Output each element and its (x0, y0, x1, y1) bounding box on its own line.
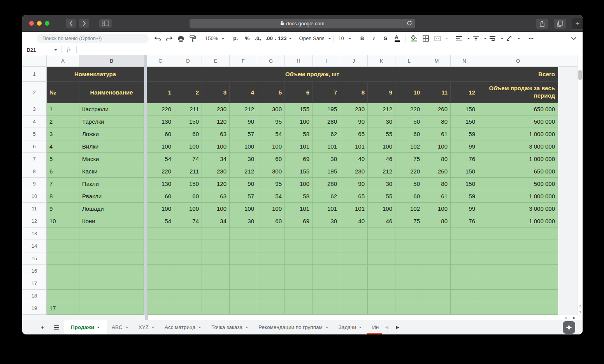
vertical-scrollbar-thumb[interactable] (578, 70, 582, 80)
cell[interactable] (230, 228, 257, 240)
cell[interactable]: 500 000 (478, 178, 558, 190)
cell[interactable] (395, 302, 423, 315)
cell[interactable]: 150 (174, 116, 202, 128)
cell[interactable]: 55 (368, 190, 395, 203)
cell[interactable]: 3 (47, 128, 79, 140)
cell[interactable] (395, 265, 423, 277)
cell[interactable]: 46 (368, 215, 395, 228)
cell[interactable]: 100 (202, 203, 230, 215)
cell[interactable] (478, 302, 558, 315)
sheet-tab-Задачи[interactable]: Задачи (334, 320, 367, 334)
cell-period-11[interactable]: 11 (423, 82, 451, 103)
cell[interactable]: 3 000 000 (478, 140, 558, 153)
cell[interactable] (257, 277, 285, 290)
column-header-G[interactable]: G (257, 55, 285, 67)
font-size-select[interactable]: 10 (336, 35, 346, 41)
cell[interactable] (478, 277, 558, 290)
cell[interactable] (395, 228, 423, 240)
number-format-button[interactable]: 123 (278, 33, 292, 44)
reload-icon[interactable] (407, 20, 412, 27)
cell[interactable] (478, 252, 558, 265)
cell[interactable] (340, 302, 368, 315)
cell[interactable] (368, 240, 395, 252)
cell-period-2[interactable]: 2 (174, 82, 202, 103)
cell[interactable] (202, 302, 230, 315)
cell[interactable]: 150 (451, 165, 478, 178)
cell[interactable] (47, 240, 79, 252)
cell[interactable]: 101 (313, 140, 340, 153)
cell[interactable]: 1 (47, 103, 79, 116)
cell[interactable] (47, 290, 79, 302)
cell[interactable]: 54 (257, 128, 285, 140)
cell[interactable] (395, 252, 423, 265)
cell[interactable] (202, 252, 230, 265)
cell[interactable] (202, 277, 230, 290)
cell[interactable] (285, 277, 313, 290)
cell[interactable]: 195 (313, 103, 340, 116)
cell[interactable] (174, 252, 202, 265)
all-sheets-icon[interactable] (52, 323, 61, 332)
cell[interactable]: 220 (395, 103, 423, 116)
cell[interactable]: 75 (395, 153, 423, 165)
cell[interactable]: 34 (202, 215, 230, 228)
cell[interactable]: Тарелки (79, 116, 144, 128)
tabs-scroll-right-icon[interactable]: ▶ (396, 325, 399, 330)
cell[interactable]: 80 (423, 153, 451, 165)
cell[interactable]: 60 (174, 128, 202, 140)
cell[interactable] (451, 290, 478, 302)
column-header-N[interactable]: N (451, 55, 478, 67)
merge-cells-icon[interactable] (432, 33, 442, 44)
sheet-tab-ABC[interactable]: ABC (107, 320, 133, 334)
cell[interactable]: 46 (368, 153, 395, 165)
cell[interactable] (174, 277, 202, 290)
cell[interactable]: 101 (340, 203, 368, 215)
row-header[interactable]: 6 (22, 140, 47, 153)
cell[interactable]: Пакли (79, 178, 144, 190)
percent-format-button[interactable]: % (242, 33, 252, 44)
cell[interactable] (313, 265, 340, 277)
cell[interactable]: 100 (174, 203, 202, 215)
row-header[interactable]: 3 (22, 103, 47, 116)
cell[interactable]: 100 (368, 203, 395, 215)
scroll-down-icon[interactable]: ▼ (579, 310, 582, 314)
cell[interactable]: 8 (47, 190, 79, 203)
column-header-O[interactable]: O (478, 55, 558, 67)
cell[interactable]: 74 (174, 153, 202, 165)
cell[interactable] (202, 290, 230, 302)
sheet-tab-caret-icon[interactable] (151, 327, 155, 328)
cell[interactable] (340, 290, 368, 302)
cell[interactable]: 650 000 (478, 165, 558, 178)
cell[interactable]: 50 (395, 178, 423, 190)
cell[interactable]: 58 (285, 128, 313, 140)
cell[interactable] (478, 240, 558, 252)
cell[interactable] (451, 240, 478, 252)
cell[interactable]: 5 (47, 153, 79, 165)
cell[interactable]: 65 (340, 190, 368, 203)
row-header[interactable]: 2 (22, 82, 47, 103)
cell[interactable] (79, 277, 144, 290)
forward-button[interactable] (79, 19, 89, 28)
cell[interactable]: 100 (147, 140, 174, 153)
cell[interactable]: 100 (285, 116, 313, 128)
text-color-button[interactable]: A (392, 33, 402, 44)
cell[interactable]: 100 (230, 140, 257, 153)
cell[interactable]: 130 (147, 178, 174, 190)
cell[interactable]: 100 (230, 203, 257, 215)
sheet-tab-caret-icon[interactable] (325, 327, 328, 328)
sheet-tab-Асс матрица[interactable]: Асс матрица (160, 320, 206, 334)
cell[interactable] (174, 240, 202, 252)
column-header-C[interactable]: C (147, 55, 174, 67)
cell-period-12[interactable]: 12 (451, 82, 478, 103)
scroll-up-icon[interactable]: ▲ (579, 304, 582, 307)
column-header-H[interactable]: H (285, 55, 313, 67)
cell[interactable]: 1 000 000 (478, 215, 558, 228)
cell[interactable] (423, 290, 451, 302)
scroll-right-icon[interactable]: ▶ (573, 316, 576, 320)
cell[interactable] (423, 265, 451, 277)
cell[interactable]: 300 (257, 103, 285, 116)
cell[interactable]: 220 (395, 165, 423, 178)
collapse-toolbar-icon[interactable] (571, 35, 576, 41)
row-header[interactable]: 18 (22, 290, 47, 302)
cell[interactable]: 62 (313, 190, 340, 203)
row-header[interactable]: 15 (22, 252, 47, 265)
